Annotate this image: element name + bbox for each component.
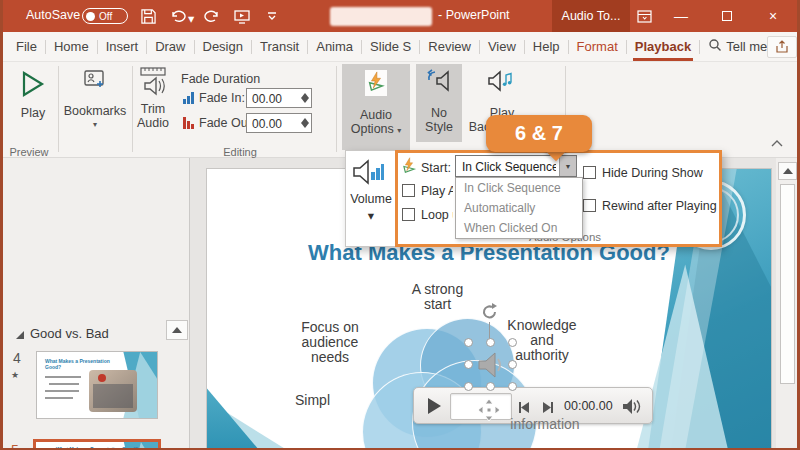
fade-out-spinner[interactable]: 00.00 [246, 113, 312, 133]
hide-during-show-label: Hide During Show [602, 166, 703, 180]
thumb-title: What Makes a Presentation Good? [50, 446, 144, 450]
audio-options-label-line1[interactable]: Audio [342, 108, 410, 122]
loop-until-stopped-checkbox[interactable] [402, 208, 415, 221]
no-style-label-line1[interactable]: No [416, 106, 462, 120]
undo-dropdown-icon[interactable]: ▾ [188, 11, 194, 26]
rotation-handle-icon[interactable] [481, 303, 499, 325]
search-icon[interactable] [708, 38, 722, 56]
start-combobox-value: In Click Sequence [462, 160, 556, 174]
trim-audio-label-line1[interactable]: Trim [131, 102, 175, 116]
dropdown-option-automatically[interactable]: Automatically [456, 198, 582, 218]
tab-insert[interactable]: Insert [98, 32, 147, 62]
selection-handle[interactable] [508, 382, 517, 391]
no-style-icon [425, 68, 453, 98]
rewind-after-playing-label: Rewind after Playing [602, 199, 717, 213]
audio-options-label-line2[interactable]: Options ▾ [342, 122, 410, 136]
play-across-slides-checkbox[interactable] [402, 184, 415, 197]
dropdown-option-in-click-sequence[interactable]: In Click Sequence [456, 178, 582, 198]
selection-handle[interactable] [508, 338, 517, 347]
start-slideshow-icon[interactable] [232, 7, 252, 25]
trim-audio-label-line2[interactable]: Audio [131, 116, 175, 130]
ribbon: Play Preview Bookmarks ▾ Trim Audio Fade… [0, 62, 800, 158]
player-volume-icon[interactable] [622, 398, 642, 419]
section-header[interactable]: Good vs. Bad [30, 326, 109, 341]
spin-down-icon[interactable] [301, 123, 309, 128]
tab-animations[interactable]: Anima [308, 32, 361, 62]
main-scrollbar-thumb[interactable] [780, 184, 795, 384]
share-button[interactable] [767, 36, 797, 58]
bookmarks-icon[interactable] [83, 68, 107, 96]
slide-thumbnail-5-selected[interactable]: What Makes a Presentation Good? [33, 439, 161, 450]
close-button[interactable]: × [756, 0, 790, 32]
rewind-after-playing-checkbox[interactable] [583, 199, 596, 212]
play-preview-icon[interactable] [18, 70, 46, 102]
undo-icon[interactable] [168, 7, 188, 25]
tab-review[interactable]: Review [420, 32, 479, 62]
autosave-toggle[interactable]: Off [82, 8, 128, 24]
hide-during-show-checkbox[interactable] [583, 166, 596, 179]
fade-out-icon [183, 117, 194, 129]
slide-thumbnail-4[interactable]: What Makes a Presentation Good? [36, 351, 158, 419]
combobox-dropdown-icon[interactable]: ▼ [559, 156, 576, 176]
bookmarks-dropdown-icon[interactable]: ▾ [59, 120, 131, 129]
audio-object-icon[interactable] [477, 350, 505, 384]
tab-format[interactable]: Format [569, 32, 626, 62]
tab-home[interactable]: Home [46, 32, 97, 62]
audio-options-dropdown-icon: ▾ [397, 126, 401, 135]
fade-duration-label: Fade Duration [181, 72, 291, 86]
tab-playback[interactable]: Playback [627, 32, 699, 62]
bookmarks-button-label[interactable]: Bookmarks [59, 104, 131, 118]
tab-slideshow[interactable]: Slide S [362, 32, 419, 62]
tab-design[interactable]: Design [195, 32, 251, 62]
volume-dropdown-icon[interactable]: ▾ [345, 208, 397, 223]
selection-handle[interactable] [464, 360, 473, 369]
selection-handle[interactable] [486, 338, 495, 347]
no-style-label-line2[interactable]: Style [416, 120, 462, 134]
tab-file[interactable]: File [8, 32, 45, 62]
play-button-label[interactable]: Play [8, 106, 58, 120]
autosave-label: AutoSave [26, 8, 80, 22]
trim-audio-icon[interactable] [139, 67, 167, 101]
minimize-button[interactable]: — [664, 0, 698, 32]
selection-handle[interactable] [486, 382, 495, 391]
slide-text-strong-start[interactable]: A strong start [395, 282, 480, 312]
customize-qat-icon[interactable] [262, 7, 282, 25]
tab-playback-label: Playback [635, 39, 691, 54]
selection-handle[interactable] [464, 382, 473, 391]
selection-handle[interactable] [508, 360, 517, 369]
slide-text-simple[interactable]: Simpl [295, 393, 340, 408]
dropdown-option-when-clicked-on[interactable]: When Clicked On [456, 218, 582, 238]
maximize-button[interactable] [710, 0, 744, 32]
fade-in-value[interactable]: 00.00 [252, 92, 282, 106]
tab-view[interactable]: View [480, 32, 524, 62]
volume-icon[interactable] [352, 158, 384, 190]
tab-help[interactable]: Help [525, 32, 568, 62]
panel-scroll-up-button[interactable] [166, 320, 188, 340]
start-setting-icon [401, 157, 417, 177]
spin-down-icon[interactable] [301, 98, 309, 103]
collapse-ribbon-icon[interactable] [770, 134, 784, 152]
slide-text-information[interactable]: information [500, 417, 590, 432]
save-icon[interactable] [138, 7, 158, 25]
thumb-photo [89, 370, 137, 412]
tell-me-label[interactable]: Tell me [726, 39, 767, 54]
section-collapse-icon[interactable] [16, 331, 24, 339]
tab-draw[interactable]: Draw [147, 32, 193, 62]
thumb-text-line [45, 397, 73, 399]
tab-transitions[interactable]: Transit [252, 32, 307, 62]
redo-icon[interactable] [202, 7, 222, 25]
audio-tools-context-tab[interactable]: Audio To... [552, 0, 630, 32]
slide-text-focus[interactable]: Focus on audience needs [285, 320, 375, 365]
move-cursor-icon[interactable] [477, 398, 501, 426]
thumb-photo-detail [98, 374, 106, 382]
selection-handle[interactable] [464, 338, 473, 347]
toggle-knob-icon [86, 12, 95, 21]
main-scroll-up-button[interactable] [778, 162, 797, 180]
fade-out-value[interactable]: 00.00 [252, 117, 282, 131]
volume-button-label[interactable]: Volume [345, 192, 397, 206]
ribbon-display-options-icon[interactable] [634, 7, 654, 25]
player-play-button[interactable] [428, 398, 441, 414]
fade-in-spinner[interactable]: 00.00 [246, 88, 312, 108]
play-background-icon[interactable] [486, 68, 514, 98]
window-title: - PowerPoint [438, 8, 510, 22]
